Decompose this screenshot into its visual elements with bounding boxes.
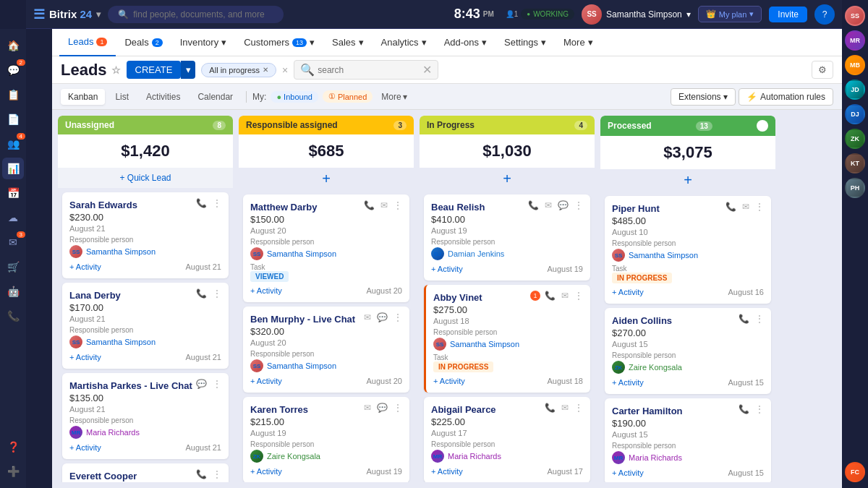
activity-link[interactable]: + Activity [612,468,644,477]
right-sidebar-avatar-7[interactable]: KT [845,153,865,174]
right-sidebar-avatar-fc[interactable]: FC [845,462,865,482]
help-button[interactable]: ? [814,4,835,25]
card-menu-icon[interactable]: ⋮ [211,469,223,479]
card-menu-icon[interactable]: ⋮ [754,404,765,414]
card-chat-icon[interactable]: 💬 [556,200,570,210]
tab-list[interactable]: List [108,89,136,105]
nav-inventory[interactable]: Inventory ▾ [171,29,235,56]
filter-planned[interactable]: ① Planned [323,90,373,103]
card-mail-icon[interactable]: ✉ [741,202,751,212]
card-everett-cooper[interactable]: 📞 ⋮ Everett Cooper $165.00 August 20 Res… [62,463,229,482]
nav-more[interactable]: More ▾ [555,29,602,56]
plan-button[interactable]: 👑 My plan ▾ [698,6,762,22]
card-menu-icon[interactable]: ⋮ [392,200,404,210]
leads-search[interactable]: 🔍 ✕ [294,60,438,80]
right-sidebar-avatar-1[interactable]: SS [845,6,865,26]
card-menu-icon[interactable]: ⋮ [754,314,765,324]
card-ben-murphy[interactable]: ✉ 💬 ⋮ Ben Murphy - Live Chat $320.00 Aug… [243,307,409,393]
activity-link[interactable]: + Activity [250,467,282,476]
card-sarah-edwards[interactable]: 📞 ⋮ Sarah Edwards $230.00 August 21 Resp… [62,192,229,278]
automation-rules-button[interactable]: ⚡ Automation rules [739,88,833,106]
activity-link[interactable]: + Activity [612,288,644,296]
extensions-button[interactable]: Extensions ▾ [671,88,736,106]
filter-inbound[interactable]: ● Inbound [271,91,318,103]
activity-link[interactable]: + Activity [431,467,463,476]
column-settings-button[interactable]: ⚙ [812,61,833,79]
add-inprogress-button[interactable]: + [420,168,595,190]
sidebar-icon-calendar[interactable]: 📅 [2,182,24,204]
activity-link[interactable]: + Activity [612,378,644,387]
activity-link[interactable]: + Activity [250,286,282,295]
card-phone-icon[interactable]: 📞 [737,404,751,414]
filter-close[interactable]: ✕ [263,66,268,74]
sidebar-icon-crm[interactable]: 📊 [2,158,24,179]
card-menu-icon[interactable]: ⋮ [211,288,223,299]
card-chat-icon[interactable]: 💬 [195,379,208,389]
tab-activities[interactable]: Activities [139,89,187,105]
create-dropdown-arrow[interactable]: ▾ [181,61,195,79]
card-martisha-parkes[interactable]: 💬 ⋮ Martisha Parkes - Live Chat $135.00 … [62,373,229,459]
sidebar-icon-home[interactable]: 🏠 [2,35,24,56]
card-lana-derby[interactable]: 📞 ⋮ Lana Derby $170.00 August 21 Respons… [62,283,229,369]
right-sidebar-avatar-2[interactable]: MR [845,30,865,51]
nav-customers[interactable]: Customers 13 ▾ [235,29,323,56]
active-filter-tag[interactable]: All in progress ✕ [201,63,276,77]
user-menu[interactable]: SS Samantha Simpson ▾ [582,4,691,25]
card-chat-icon[interactable]: 💬 [375,403,389,413]
card-piper-hunt[interactable]: 📞 ✉ ⋮ Piper Hunt $485.00 August 10 Respo… [605,196,771,304]
right-sidebar-avatar-4[interactable]: JD [845,80,865,100]
sidebar-icon-drive[interactable]: ☁ [2,207,24,228]
search-clear[interactable]: ✕ [422,63,432,77]
favorite-star[interactable]: ☆ [111,64,121,76]
sidebar-icon-expand[interactable]: ➕ [2,461,24,482]
card-beau-relish[interactable]: 📞 ✉ 💬 ⋮ Beau Relish $410.00 August 19 Re… [424,194,590,281]
card-mail-icon[interactable]: ✉ [543,200,553,210]
card-menu-icon[interactable]: ⋮ [573,403,584,413]
tab-kanban[interactable]: Kanban [61,89,105,105]
card-mail-icon[interactable]: ✉ [362,312,373,322]
sidebar-icon-phone[interactable]: 📞 [2,305,24,327]
sidebar-icon-robot[interactable]: 🤖 [2,281,24,302]
card-phone-icon[interactable]: 📞 [543,291,557,301]
card-phone-icon[interactable]: 📞 [543,403,557,413]
nav-analytics[interactable]: Analytics ▾ [373,29,435,56]
nav-sales[interactable]: Sales ▾ [323,29,373,56]
activity-link[interactable]: + Activity [69,353,101,361]
activity-link[interactable]: + Activity [250,377,282,385]
card-menu-icon[interactable]: ⋮ [573,200,584,210]
card-phone-icon[interactable]: 📞 [195,288,208,299]
card-abigail-pearce[interactable]: 📞 ✉ ⋮ Abigail Pearce $225.00 August 17 R… [424,397,590,482]
add-processed-button[interactable]: + [600,169,775,192]
more-filters-button[interactable]: More ▾ [375,89,412,105]
card-karen-torres[interactable]: ✉ 💬 ⋮ Karen Torres $215.00 August 19 Res… [243,397,409,482]
card-aiden-collins[interactable]: 📞 ⋮ Aiden Collins $270.00 August 15 Resp… [605,308,771,394]
card-menu-icon[interactable]: ⋮ [211,198,223,208]
card-carter-hamilton[interactable]: 📞 ⋮ Carter Hamilton $190.00 August 15 Re… [605,398,771,482]
card-mail-icon[interactable]: ✉ [379,200,389,210]
sidebar-icon-people[interactable]: 👥4 [2,133,24,155]
card-matthew-darby[interactable]: 📞 ✉ ⋮ Matthew Darby $150.00 August 20 Re… [243,194,409,302]
invite-button[interactable]: Invite [769,7,807,22]
sidebar-icon-help[interactable]: ❓ [2,436,24,458]
card-menu-icon[interactable]: ⋮ [211,379,223,389]
sidebar-icon-tasks[interactable]: 📋 [2,84,24,106]
activity-link[interactable]: + Activity [431,265,463,273]
card-menu-icon[interactable]: ⋮ [392,312,404,322]
activity-link[interactable]: + Activity [69,262,101,271]
card-mail-icon[interactable]: ✉ [560,403,570,413]
right-sidebar-avatar-6[interactable]: ZK [845,129,865,149]
add-responsible-button[interactable]: + [239,168,414,190]
card-abby-vinet[interactable]: 1 📞 ✉ ⋮ Abby Vinet $275.00 August 18 Res… [424,285,590,393]
create-button[interactable]: CREATE [127,61,182,79]
card-menu-icon[interactable]: ⋮ [754,202,765,212]
card-menu-icon[interactable]: ⋮ [573,291,584,301]
leads-search-input[interactable] [318,65,420,75]
quick-lead-button[interactable]: + Quick Lead [58,168,233,188]
activity-link[interactable]: + Activity [433,377,465,385]
right-sidebar-avatar-8[interactable]: PH [845,178,865,198]
activity-link[interactable]: + Activity [69,443,101,452]
card-phone-icon[interactable]: 📞 [737,314,751,324]
card-phone-icon[interactable]: 📞 [362,200,376,210]
nav-settings[interactable]: Settings ▾ [495,29,555,56]
sidebar-icon-mail[interactable]: ✉3 [2,231,24,253]
